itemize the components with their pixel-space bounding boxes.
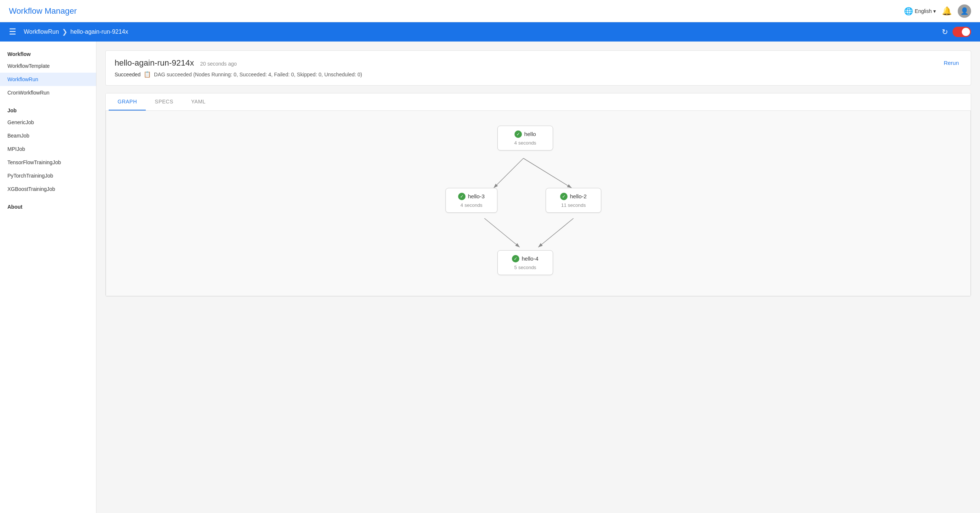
dag-node-hello-3[interactable]: ✓ hello-3 4 seconds [445,188,498,213]
language-selector[interactable]: 🌐 English ▾ [904,7,936,16]
sidebar-section-workflow: Workflow [0,48,96,59]
sidebar-item-beam-job[interactable]: BeamJob [0,129,96,142]
tab-graph[interactable]: GRAPH [109,94,146,110]
app-title[interactable]: Workflow Manager [9,6,77,16]
node-hello-label: ✓ hello [514,130,536,138]
success-icon-hello3: ✓ [458,193,466,200]
dag-container: ✓ hello 4 seconds ✓ hello-3 4 seconds [427,118,649,289]
menu-icon[interactable]: ☰ [9,27,16,37]
main-layout: Workflow WorkflowTemplate WorkflowRun Cr… [0,41,980,513]
node-hello-name: hello [524,131,536,137]
breadcrumb-parent[interactable]: WorkflowRun [24,29,59,35]
success-icon-hello2: ✓ [560,193,568,200]
dag-node-hello-2[interactable]: ✓ hello-2 11 seconds [546,188,601,213]
sub-header: ☰ WorkflowRun ❯ hello-again-run-9214x ↻ [0,22,980,41]
node-hello3-label: ✓ hello-3 [458,193,484,200]
language-label: English [915,8,932,14]
success-icon-hello4: ✓ [512,255,519,262]
breadcrumb: ☰ WorkflowRun ❯ hello-again-run-9214x [9,27,128,37]
tab-yaml[interactable]: YAML [182,94,215,110]
svg-line-1 [494,158,523,188]
sidebar-item-tensorflow-job[interactable]: TensorFlowTrainingJob [0,156,96,169]
run-status-row: Succeeded 📋 DAG succeeded (Nodes Running… [115,71,362,78]
status-badge: Succeeded [115,71,141,78]
graph-panel: ✓ hello 4 seconds ✓ hello-3 4 seconds [106,111,971,296]
dag-node-hello-4[interactable]: ✓ hello-4 5 seconds [498,250,553,275]
refresh-icon[interactable]: ↻ [942,27,948,37]
rerun-button[interactable]: Rerun [941,58,962,67]
notifications-icon[interactable]: 🔔 [942,6,952,16]
translate-icon: 🌐 [904,7,913,16]
node-hello2-name: hello-2 [570,193,587,199]
header-right: 🌐 English ▾ 🔔 👤 [904,5,971,18]
toggle-button[interactable] [953,27,971,37]
tab-specs[interactable]: SPECS [146,94,182,110]
svg-line-3 [484,218,520,247]
node-hello-time: 4 seconds [514,140,536,146]
run-card: hello-again-run-9214x 20 seconds ago Suc… [105,51,971,86]
sidebar-item-pytorch-job[interactable]: PyTorchTrainingJob [0,169,96,183]
top-header: Workflow Manager 🌐 English ▾ 🔔 👤 [0,0,980,22]
node-hello2-time: 11 seconds [561,202,586,208]
copy-icon[interactable]: 📋 [143,71,151,78]
sidebar-item-mpi-job[interactable]: MPIJob [0,142,96,156]
chevron-down-icon: ▾ [933,8,936,14]
avatar-icon: 👤 [960,7,969,15]
node-hello2-label: ✓ hello-2 [560,193,587,200]
dag-node-hello[interactable]: ✓ hello 4 seconds [498,125,553,151]
avatar[interactable]: 👤 [958,5,971,18]
success-icon-hello: ✓ [514,130,522,138]
node-hello4-name: hello-4 [522,256,538,262]
sidebar-section-about: About [0,200,96,212]
breadcrumb-current: hello-again-run-9214x [70,29,128,35]
run-info: hello-again-run-9214x 20 seconds ago Suc… [115,58,362,78]
run-name: hello-again-run-9214x [115,58,194,67]
node-hello3-name: hello-3 [468,193,484,199]
sidebar-item-generic-job[interactable]: GenericJob [0,116,96,129]
sub-header-right: ↻ [942,27,971,37]
run-time-ago: 20 seconds ago [200,61,237,67]
sidebar: Workflow WorkflowTemplate WorkflowRun Cr… [0,41,97,513]
sidebar-item-cron-workflow-run[interactable]: CronWorkflowRun [0,86,96,99]
tabs-bar: GRAPH SPECS YAML [106,94,971,111]
content-area: hello-again-run-9214x 20 seconds ago Suc… [97,41,980,513]
sidebar-item-workflow-run[interactable]: WorkflowRun [0,73,96,86]
svg-line-2 [523,158,572,188]
dag-info: DAG succeeded (Nodes Running: 0, Succeed… [154,71,362,78]
node-hello3-time: 4 seconds [460,202,482,208]
sidebar-item-xgboost-job[interactable]: XGBoostTrainingJob [0,183,96,196]
node-hello4-label: ✓ hello-4 [512,255,538,262]
breadcrumb-separator: ❯ [62,28,67,36]
node-hello4-time: 5 seconds [514,265,536,270]
svg-line-4 [538,218,573,247]
sidebar-section-job: Job [0,104,96,116]
sidebar-item-workflow-template[interactable]: WorkflowTemplate [0,59,96,73]
